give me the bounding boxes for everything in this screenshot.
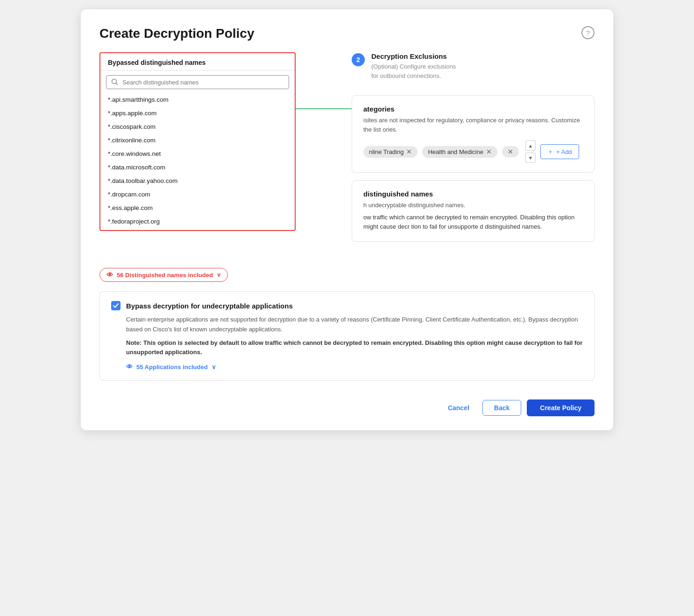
right-content: 2 Decryption Exclusions (Optional) Confi… — [352, 52, 595, 249]
list-item[interactable]: *.data.toolbar.yahoo.com — [100, 174, 295, 188]
svg-line-1 — [116, 84, 118, 85]
bypass-note-text: This option is selected by default to al… — [126, 339, 582, 356]
create-decryption-policy-modal: Create Decryption Policy ? Bypassed dist… — [81, 9, 613, 430]
bypass-note: Note: This option is selected by default… — [126, 338, 583, 358]
bypass-checkbox[interactable] — [111, 301, 120, 310]
tag-health-medicine: Health and Medicine ✕ — [422, 146, 497, 158]
dn-note: ow traffic which cannot be decrypted to … — [363, 213, 583, 232]
cancel-button[interactable]: Cancel — [440, 400, 477, 415]
bypass-section: Bypass decryption for undecryptable appl… — [99, 291, 595, 381]
chevron-down-icon: ∨ — [217, 272, 221, 278]
step-title: Decryption Exclusions — [371, 52, 456, 60]
dn-description: h undecryptable distinguished names. — [363, 201, 583, 210]
list-item[interactable]: *.dropcam.com — [100, 188, 295, 201]
add-icon: ＋ — [547, 147, 553, 156]
scroll-down-btn[interactable]: ▼ — [525, 153, 536, 163]
bypass-note-label: Note: — [126, 339, 143, 346]
scrollbar-mini: ▲ ▼ — [525, 140, 536, 163]
search-icon — [111, 78, 119, 86]
dn-section-title: distinguished names — [363, 190, 583, 198]
dn-included-row: 👁 56 Distinguished names included ∨ — [99, 262, 595, 282]
list-item[interactable]: *.api.smartthings.com — [100, 93, 295, 106]
connector-line — [296, 108, 352, 109]
eye-icon: 👁 — [106, 271, 113, 279]
list-item[interactable]: *.data.microsoft.com — [100, 161, 295, 174]
list-item[interactable]: *.fedoraproject.org — [100, 215, 295, 228]
modal-title: Create Decryption Policy — [99, 26, 254, 41]
checkmark-icon — [113, 303, 119, 308]
list-item[interactable]: *.ciscospark.com — [100, 120, 295, 133]
chevron-down-icon-apps: ∨ — [212, 364, 216, 371]
eye-icon-apps: 👁 — [126, 363, 133, 371]
tag-label: nline Trading — [369, 148, 404, 155]
tag-row: nline Trading ✕ Health and Medicine ✕ ✕ … — [363, 140, 583, 163]
dn-section: distinguished names h undecryptable dist… — [352, 180, 595, 242]
apps-included-badge[interactable]: 👁 55 Applications included ∨ — [126, 363, 216, 371]
dropdown-list[interactable]: *.api.smartthings.com *.apps.apple.com *… — [100, 91, 295, 230]
tag-close-empty[interactable]: ✕ — [508, 148, 513, 155]
add-button[interactable]: ＋ + Add — [540, 144, 579, 159]
dropdown-panel-header: Bypassed distinguished names — [100, 53, 295, 70]
categories-title: ategories — [363, 105, 583, 113]
modal-footer: Cancel Back Create Policy — [99, 392, 595, 416]
step-text: Decryption Exclusions (Optional) Configu… — [371, 52, 456, 80]
bypassed-dn-dropdown: Bypassed distinguished names *.api.smart… — [99, 52, 296, 231]
bypass-title: Bypass decryption for undecryptable appl… — [126, 302, 293, 310]
create-policy-button[interactable]: Create Policy — [527, 399, 595, 416]
categories-section: ategories isites are not inspected for r… — [352, 95, 595, 173]
bypass-header: Bypass decryption for undecryptable appl… — [111, 301, 583, 310]
categories-description: isites are not inspected for regulatory,… — [363, 116, 583, 134]
help-icon[interactable]: ? — [581, 26, 595, 39]
dn-included-count: 56 Distinguished names included — [117, 272, 213, 279]
list-item[interactable]: *.ess.apple.com — [100, 201, 295, 215]
tag-online-trading: nline Trading ✕ — [363, 146, 418, 158]
tag-close-online-trading[interactable]: ✕ — [406, 148, 412, 155]
bypass-description: Certain enterprise applications are not … — [126, 315, 583, 335]
search-input[interactable] — [122, 79, 284, 86]
step-description: (Optional) Configure exclusions for outb… — [371, 62, 456, 80]
tag-empty: ✕ — [502, 146, 519, 157]
apps-included-count: 55 Applications included — [136, 364, 208, 371]
modal-header: Create Decryption Policy ? — [99, 26, 595, 41]
scroll-up-btn[interactable]: ▲ — [525, 140, 536, 151]
list-item[interactable]: *.apps.apple.com — [100, 106, 295, 120]
step-indicator: 2 Decryption Exclusions (Optional) Confi… — [352, 52, 595, 80]
top-section: Bypassed distinguished names *.api.smart… — [99, 52, 595, 249]
back-button[interactable]: Back — [482, 400, 521, 416]
tag-label: Health and Medicine — [428, 148, 483, 155]
search-box[interactable] — [106, 75, 289, 89]
step-circle: 2 — [352, 53, 365, 66]
dn-included-badge[interactable]: 👁 56 Distinguished names included ∨ — [99, 268, 228, 282]
list-item[interactable]: *.core.windows.net — [100, 147, 295, 161]
tag-close-health-medicine[interactable]: ✕ — [486, 148, 492, 155]
list-item[interactable]: *.citrixonline.com — [100, 133, 295, 147]
